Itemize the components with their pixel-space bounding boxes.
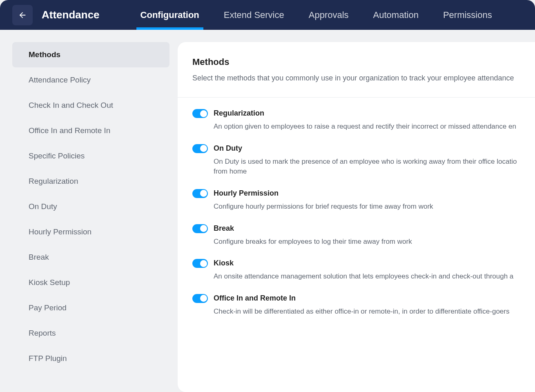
toggle-on-duty[interactable] [192,144,208,153]
method-desc: On Duty is used to mark the presence of … [214,157,535,177]
method-title: Break [214,224,535,233]
method-row-hourly-permission: Hourly Permission Configure hourly permi… [192,189,535,212]
method-title: Office In and Remote In [214,294,535,303]
sidebar-item-specific-policies[interactable]: Specific Policies [12,143,169,169]
main-subtitle: Select the methods that you commonly use… [192,74,535,82]
sidebar-item-break[interactable]: Break [12,245,169,270]
method-desc: Configure breaks for employees to log th… [214,237,535,247]
method-content: Hourly Permission Configure hourly permi… [214,189,535,212]
method-row-kiosk: Kiosk An onsite attendance management so… [192,259,535,282]
method-row-office-remote-in: Office In and Remote In Check-in will be… [192,294,535,317]
sidebar-item-regularization[interactable]: Regularization [12,169,169,194]
sidebar-item-office-remote-in[interactable]: Office In and Remote In [12,118,169,143]
tab-configuration[interactable]: Configuration [140,0,199,30]
toggle-break[interactable] [192,224,208,233]
sidebar-item-check-in-out[interactable]: Check In and Check Out [12,93,169,118]
main-panel: Methods Select the methods that you comm… [178,42,535,392]
toggle-regularization[interactable] [192,109,208,118]
method-content: On Duty On Duty is used to mark the pres… [214,144,535,177]
method-content: Break Configure breaks for employees to … [214,224,535,247]
sidebar-item-hourly-permission[interactable]: Hourly Permission [12,219,169,245]
method-title: On Duty [214,144,535,153]
method-desc: An option given to employees to raise a … [214,122,535,132]
sidebar-item-kiosk-setup[interactable]: Kiosk Setup [12,270,169,295]
tab-permissions[interactable]: Permissions [443,0,492,30]
toggle-office-remote-in[interactable] [192,294,208,303]
sidebar-item-attendance-policy[interactable]: Attendance Policy [12,67,169,93]
method-row-regularization: Regularization An option given to employ… [192,109,535,132]
method-desc: Configure hourly permissions for brief r… [214,202,535,212]
content-area: Methods Attendance Policy Check In and C… [0,30,535,392]
method-desc: Check-in will be differentiated as eithe… [214,307,535,317]
tab-approvals[interactable]: Approvals [309,0,349,30]
separator [178,97,535,98]
main-title: Methods [192,57,535,67]
toggle-kiosk[interactable] [192,259,208,268]
sidebar-item-reports[interactable]: Reports [12,321,169,346]
method-content: Kiosk An onsite attendance management so… [214,259,535,282]
method-desc: An onsite attendance management solution… [214,272,535,282]
method-title: Regularization [214,109,535,118]
toggle-hourly-permission[interactable] [192,189,208,198]
method-title: Hourly Permission [214,189,535,198]
method-row-break: Break Configure breaks for employees to … [192,224,535,247]
sidebar-item-ftp-plugin[interactable]: FTP Plugin [12,346,169,371]
sidebar-item-on-duty[interactable]: On Duty [12,194,169,219]
tab-extend-service[interactable]: Extend Service [224,0,284,30]
method-content: Regularization An option given to employ… [214,109,535,132]
back-button[interactable] [12,5,33,25]
method-content: Office In and Remote In Check-in will be… [214,294,535,317]
app-header: Attendance Configuration Extend Service … [0,0,535,30]
method-row-on-duty: On Duty On Duty is used to mark the pres… [192,144,535,177]
sidebar: Methods Attendance Policy Check In and C… [12,42,178,392]
sidebar-item-pay-period[interactable]: Pay Period [12,295,169,321]
arrow-left-icon [18,11,27,20]
sidebar-item-methods[interactable]: Methods [12,42,169,67]
header-tabs: Configuration Extend Service Approvals A… [140,0,492,30]
tab-automation[interactable]: Automation [373,0,419,30]
method-title: Kiosk [214,259,535,267]
page-title: Attendance [42,9,100,21]
